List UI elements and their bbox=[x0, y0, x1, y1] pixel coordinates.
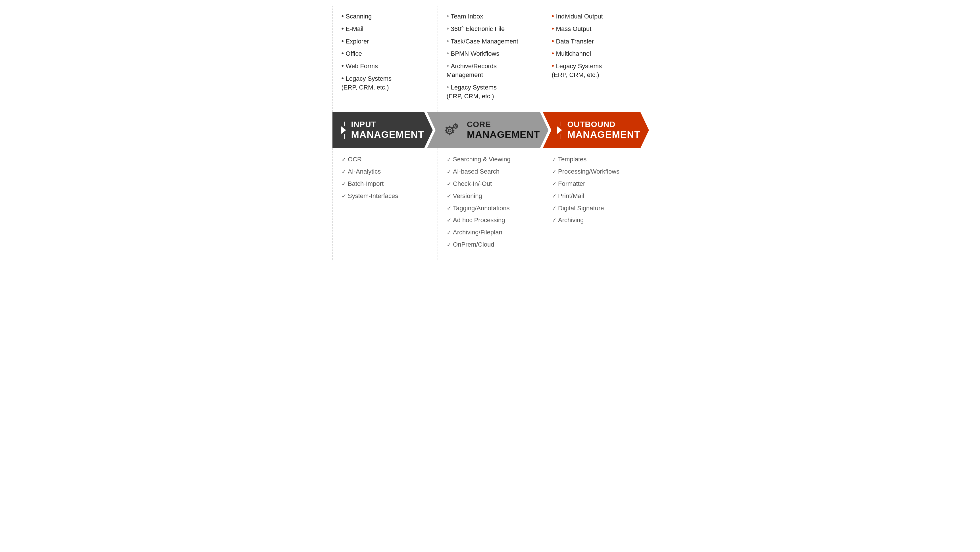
core-features-list: Searching & Viewing AI-based Search Chec… bbox=[447, 155, 534, 249]
arrow-right-icon bbox=[557, 126, 562, 134]
vline-top bbox=[561, 122, 561, 126]
list-item: Archiving/Fileplan bbox=[447, 228, 534, 237]
list-item: Scanning bbox=[342, 11, 429, 21]
list-item: OCR bbox=[342, 155, 429, 164]
list-item: AI-Analytics bbox=[342, 167, 429, 176]
svg-rect-15 bbox=[457, 125, 458, 127]
svg-rect-12 bbox=[455, 123, 457, 125]
list-item: Data Transfer bbox=[552, 37, 639, 46]
core-banner-line1: CORE bbox=[467, 120, 540, 129]
list-item: Explorer bbox=[342, 37, 429, 46]
list-item: Processing/Workflows bbox=[552, 167, 639, 176]
list-item: Templates bbox=[552, 155, 639, 164]
core-banner: CORE Management bbox=[427, 112, 548, 148]
list-item: Legacy Systems(ERP, CRM, etc.) bbox=[552, 61, 639, 80]
top-section: Scanning E-Mail Explorer Office Web Form… bbox=[332, 6, 648, 112]
top-col-input: Scanning E-Mail Explorer Office Web Form… bbox=[332, 6, 438, 112]
list-item: Searching & Viewing bbox=[447, 155, 534, 164]
outbound-arrow-icon bbox=[557, 122, 562, 138]
svg-point-11 bbox=[455, 125, 457, 127]
list-item: AI-based Search bbox=[447, 167, 534, 176]
list-item: BPMN Workflows bbox=[447, 49, 534, 58]
core-list: Team Inbox 360° Electronic File Task/Cas… bbox=[447, 11, 534, 100]
list-item: 360° Electronic File bbox=[447, 24, 534, 33]
list-item: Ad hoc Processing bbox=[447, 216, 534, 225]
bottom-section: OCR AI-Analytics Batch-Import System-Int… bbox=[332, 148, 648, 259]
list-item: Archive/Records Management bbox=[447, 61, 534, 80]
input-list: Scanning E-Mail Explorer Office Web Form… bbox=[342, 11, 429, 92]
list-item: Formatter bbox=[552, 180, 639, 188]
list-item: Archiving bbox=[552, 216, 639, 225]
list-item: Mass Output bbox=[552, 24, 639, 33]
outbound-banner: OUTBOUND Management bbox=[543, 112, 649, 148]
svg-rect-4 bbox=[445, 130, 447, 131]
list-item: OnPrem/Cloud bbox=[447, 240, 534, 249]
list-item: Team Inbox bbox=[447, 11, 534, 21]
outbound-list: Individual Output Mass Output Data Trans… bbox=[552, 11, 639, 80]
svg-rect-14 bbox=[453, 125, 454, 127]
outbound-features-list: Templates Processing/Workflows Formatter… bbox=[552, 155, 639, 225]
input-banner-text: INPUT Management bbox=[351, 120, 424, 140]
arrow-right-icon bbox=[341, 126, 346, 134]
gear-icon bbox=[441, 120, 461, 140]
core-banner-text: CORE Management bbox=[467, 120, 540, 140]
core-banner-line2: Management bbox=[467, 129, 540, 140]
list-item: Batch-Import bbox=[342, 180, 429, 188]
banner-section: INPUT Management CORE bbox=[332, 112, 648, 148]
bottom-col-core: Searching & Viewing AI-based Search Chec… bbox=[438, 148, 543, 259]
input-banner-line1: INPUT bbox=[351, 120, 424, 129]
bottom-col-input: OCR AI-Analytics Batch-Import System-Int… bbox=[332, 148, 438, 259]
input-features-list: OCR AI-Analytics Batch-Import System-Int… bbox=[342, 155, 429, 200]
list-item: Check-In/-Out bbox=[447, 180, 534, 188]
bottom-col-outbound: Templates Processing/Workflows Formatter… bbox=[543, 148, 648, 259]
input-banner-line2: Management bbox=[351, 129, 424, 140]
list-item: Multichannel bbox=[552, 49, 639, 58]
list-item: Digital Signature bbox=[552, 204, 639, 213]
outbound-banner-line2: Management bbox=[567, 129, 640, 140]
list-item: Tagging/Annotations bbox=[447, 204, 534, 213]
svg-rect-3 bbox=[449, 133, 451, 135]
vline-bottom bbox=[561, 134, 561, 138]
list-item: Legacy Systems(ERP, CRM, etc.) bbox=[447, 83, 534, 101]
outbound-banner-line1: OUTBOUND bbox=[567, 120, 640, 129]
top-col-outbound: Individual Output Mass Output Data Trans… bbox=[543, 6, 648, 112]
list-item: Print/Mail bbox=[552, 192, 639, 200]
input-arrow-icon bbox=[341, 122, 346, 138]
vline-bottom bbox=[344, 134, 345, 138]
outbound-banner-text: OUTBOUND Management bbox=[567, 120, 640, 140]
list-item: Versioning bbox=[447, 192, 534, 200]
list-item: E-Mail bbox=[342, 24, 429, 33]
list-item: Web Forms bbox=[342, 61, 429, 71]
list-item: Legacy Systems(ERP, CRM, etc.) bbox=[342, 73, 429, 92]
svg-point-1 bbox=[448, 129, 451, 132]
top-col-core: Team Inbox 360° Electronic File Task/Cas… bbox=[438, 6, 543, 112]
input-banner: INPUT Management bbox=[332, 112, 433, 148]
list-item: Individual Output bbox=[552, 11, 639, 21]
svg-rect-13 bbox=[455, 127, 457, 129]
list-item: Office bbox=[342, 49, 429, 58]
vline-top bbox=[344, 122, 345, 126]
svg-rect-2 bbox=[449, 126, 451, 127]
list-item: System-Interfaces bbox=[342, 192, 429, 200]
list-item: Task/Case Management bbox=[447, 37, 534, 46]
